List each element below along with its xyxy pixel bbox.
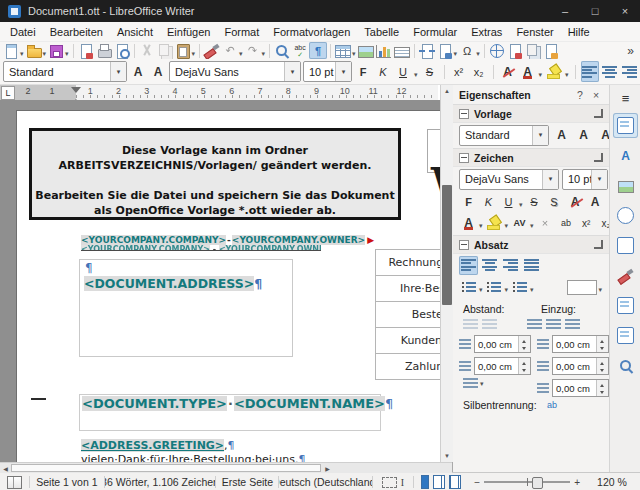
strikethrough-button[interactable]: S (421, 61, 439, 82)
tab-manage-changes[interactable] (613, 293, 638, 318)
menu-item[interactable]: Ansicht (110, 24, 160, 40)
superscript-button[interactable]: x² (450, 61, 468, 82)
formatting-marks-button[interactable]: ¶ (309, 42, 327, 59)
strikethrough-button[interactable]: S (525, 193, 544, 212)
font-color-dropdown-arrow[interactable]: ▾ (539, 71, 543, 79)
tab-accessibility-check[interactable] (613, 353, 638, 378)
sidebar-style-dropdown[interactable]: ▾ (532, 126, 548, 145)
font-name-dropdown[interactable]: ▾ (284, 62, 300, 81)
superscript-button[interactable]: x² (577, 214, 596, 233)
section-zeichen-header[interactable]: Zeichen (453, 148, 609, 167)
toolbar-overflow-button[interactable]: » (627, 44, 638, 58)
hyperlink-button[interactable] (488, 42, 506, 59)
align-center-button[interactable] (601, 61, 619, 82)
tab-styles[interactable]: A (613, 143, 638, 168)
document-type-field[interactable]: <DOCUMENT.TYPE> (82, 396, 227, 411)
horizontal-scrollbar-thumb[interactable] (11, 464, 321, 472)
paragraph-style-dropdown[interactable]: ▾ (110, 62, 126, 81)
vertical-scrollbar-thumb[interactable] (442, 185, 452, 305)
outline-list-button[interactable] (510, 278, 529, 297)
decrease-spacing-icon[interactable] (482, 318, 497, 330)
menu-item[interactable]: Bearbeiten (43, 24, 110, 40)
highlight-color-button[interactable] (485, 214, 504, 233)
menu-item[interactable]: Formular (406, 24, 464, 40)
open-dropdown-arrow[interactable]: ▾ (43, 50, 47, 58)
collapse-icon[interactable] (459, 153, 469, 163)
sidebar-close-button[interactable]: × (589, 89, 603, 101)
redo-button[interactable]: ↷ (244, 42, 262, 59)
document-address-field[interactable]: <DOCUMENT.ADDRESS> (84, 276, 254, 291)
subscript-button[interactable]: x₂ (470, 61, 488, 82)
page-break-button[interactable] (418, 42, 436, 59)
font-color-dropdown[interactable]: ▾ (479, 222, 483, 230)
sidebar-size-combo[interactable]: 10 pt ▾ (562, 169, 608, 190)
align-left-button[interactable] (581, 61, 599, 82)
copy-button[interactable] (156, 42, 174, 59)
align-right-button[interactable] (621, 61, 639, 82)
document-type-frame[interactable]: <DOCUMENT.TYPE>·<DOCUMENT.NAME>¶ (79, 394, 381, 431)
align-left-button[interactable] (459, 256, 478, 275)
indent-marker[interactable] (71, 87, 81, 98)
hyphenation-icon[interactable]: ab (543, 396, 562, 415)
owner-field[interactable]: <YOURCOMPANY.OWNER> (232, 235, 365, 245)
spinner-steppers[interactable] (596, 358, 608, 374)
clear-formatting-button[interactable]: A (499, 61, 517, 82)
redo-dropdown-arrow[interactable]: ▾ (262, 50, 266, 58)
spinner-steppers[interactable] (518, 336, 530, 352)
paragraph-background-dropdown[interactable]: ▾ (598, 286, 602, 294)
menu-item[interactable]: Tabelle (357, 24, 406, 40)
undo-button[interactable]: ↶ (221, 42, 239, 59)
sidebar-font-combo[interactable]: DejaVu Sans ▾ (459, 169, 559, 190)
header-frame[interactable]: <YOURCOMPANY.COMPANY> - <YOURCOMPANY.OWN… (81, 235, 321, 251)
zeichen-dialog-launcher-icon[interactable] (594, 153, 603, 162)
vertical-scrollbar[interactable]: ▲ ▼ (440, 85, 453, 462)
scroll-up-arrow[interactable]: ▲ (441, 85, 453, 97)
paragraph-style-combo[interactable]: Standard ▾ (3, 61, 127, 82)
print-button[interactable] (95, 42, 113, 59)
new-style-button[interactable]: A (574, 126, 593, 145)
spacing-field[interactable]: 0,00 cm (474, 357, 531, 375)
bullet-list-button[interactable] (459, 278, 478, 297)
no-spacing-button[interactable]: × (536, 214, 555, 233)
save-button[interactable] (47, 42, 65, 59)
increase-indent-icon[interactable] (527, 318, 542, 330)
bold-button[interactable]: F (354, 61, 372, 82)
sidebar-size-dropdown[interactable]: ▾ (591, 170, 607, 189)
menu-item[interactable]: Einfügen (160, 24, 217, 40)
clear-formatting-button[interactable]: A (566, 193, 585, 212)
clone-formatting-button[interactable] (203, 42, 221, 59)
sidebar-style-combo[interactable]: Standard ▾ (459, 125, 549, 146)
tab-stop-selector[interactable]: L (1, 86, 15, 100)
sidebar-font-dropdown[interactable]: ▾ (542, 170, 558, 189)
rotate-text-button[interactable]: ab (557, 214, 576, 233)
highlight-color-button[interactable] (545, 61, 563, 82)
update-style-button[interactable]: A (129, 61, 147, 82)
spacing-field[interactable]: 0,00 cm (474, 335, 531, 353)
horizontal-ruler[interactable]: L 21 123456789101112 (0, 85, 438, 101)
field-dropdown-arrow[interactable]: ▾ (454, 50, 458, 58)
scroll-down-arrow[interactable]: ▼ (441, 450, 453, 462)
line-spacing-dropdown[interactable]: ▾ (480, 380, 484, 388)
highlight-dropdown-arrow[interactable]: ▾ (565, 71, 569, 79)
page-count-cell[interactable]: Seite 1 von 1 (30, 476, 104, 488)
zoom-slider-track[interactable] (484, 481, 570, 483)
footnote-button[interactable] (506, 42, 524, 59)
underline-button[interactable]: U (394, 61, 412, 82)
page-style-cell[interactable]: Erste Seite (216, 476, 278, 488)
minimize-button[interactable]: – (550, 0, 580, 22)
bookmark-button[interactable] (542, 42, 560, 59)
char-spacing-button[interactable]: AV (510, 214, 529, 233)
zoom-slider[interactable]: − + (468, 477, 586, 488)
menu-item[interactable]: Formatvorlagen (266, 24, 357, 40)
decrease-indent-icon[interactable] (546, 318, 561, 330)
new-document-button[interactable] (2, 42, 20, 59)
zoom-in-button[interactable]: + (574, 477, 580, 488)
indent-field[interactable]: 0,00 cm (552, 335, 609, 353)
tab-properties[interactable] (613, 113, 638, 138)
italic-button[interactable]: K (374, 61, 392, 82)
zoom-out-button[interactable]: − (474, 477, 480, 488)
special-character-button[interactable]: Ω (458, 42, 476, 59)
align-center-button[interactable] (480, 256, 499, 275)
spinner-steppers[interactable] (518, 358, 530, 374)
spinner-steppers[interactable] (596, 336, 608, 352)
